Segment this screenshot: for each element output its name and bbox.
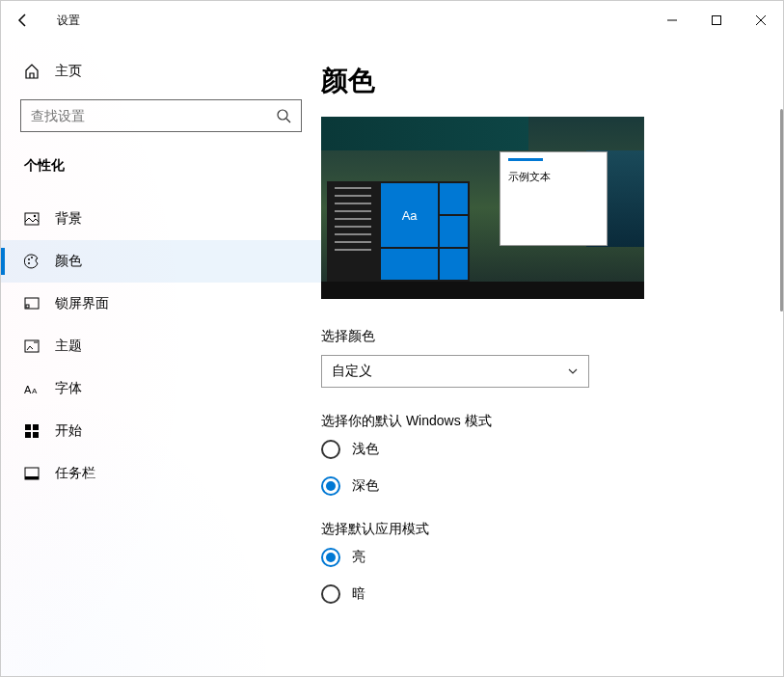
home-link[interactable]: 主页	[1, 53, 321, 90]
radio-icon	[321, 548, 340, 567]
preview-sample-text: 示例文本	[508, 170, 551, 184]
page-title: 颜色	[321, 63, 754, 99]
search-box[interactable]	[20, 99, 302, 132]
window-title: 设置	[57, 13, 80, 29]
windows-mode-label: 选择你的默认 Windows 模式	[321, 413, 754, 430]
maximize-button[interactable]	[694, 1, 739, 40]
font-icon: AA	[24, 381, 40, 396]
sidebar-item-colors[interactable]: 颜色	[1, 240, 321, 283]
home-label: 主页	[55, 63, 82, 80]
window-controls	[650, 1, 783, 40]
sidebar-item-lockscreen[interactable]: 锁屏界面	[1, 283, 321, 325]
search-icon	[276, 108, 291, 123]
svg-point-1	[278, 110, 287, 120]
minimize-icon	[667, 15, 677, 25]
radio-icon	[321, 440, 340, 459]
svg-point-3	[34, 215, 36, 217]
app-mode-light[interactable]: 亮	[321, 548, 754, 567]
sidebar-item-start[interactable]: 开始	[1, 410, 321, 452]
arrow-left-icon	[15, 13, 31, 28]
theme-icon	[24, 338, 40, 354]
lockscreen-icon	[24, 296, 40, 311]
sidebar-item-background[interactable]: 背景	[1, 198, 321, 240]
palette-icon	[24, 254, 40, 269]
svg-point-5	[31, 257, 33, 258]
svg-rect-7	[25, 298, 39, 309]
close-icon	[756, 15, 766, 25]
svg-rect-12	[25, 424, 31, 430]
svg-text:A: A	[24, 384, 32, 395]
back-button[interactable]	[1, 1, 45, 40]
sidebar: 主页 个性化 背景 颜色	[1, 40, 321, 676]
main-content: 颜色 Aa	[321, 40, 783, 676]
sidebar-item-fonts[interactable]: AA 字体	[1, 367, 321, 410]
svg-rect-8	[26, 305, 29, 308]
svg-rect-17	[25, 476, 39, 479]
windows-mode-light[interactable]: 浅色	[321, 440, 754, 459]
section-heading: 个性化	[1, 149, 321, 182]
windows-mode-dark[interactable]: 深色	[321, 476, 754, 496]
home-icon	[24, 64, 40, 79]
sidebar-item-taskbar[interactable]: 任务栏	[1, 452, 321, 495]
svg-rect-0	[713, 16, 721, 25]
svg-point-4	[28, 258, 30, 260]
svg-point-6	[28, 262, 30, 264]
maximize-icon	[712, 15, 721, 25]
app-mode-label: 选择默认应用模式	[321, 521, 754, 538]
color-select-label: 选择颜色	[321, 328, 754, 345]
start-icon	[24, 423, 40, 439]
svg-rect-14	[25, 432, 31, 438]
svg-rect-2	[25, 213, 39, 225]
nav-items: 背景 颜色 锁屏界面 主题	[1, 198, 321, 495]
chevron-down-icon	[567, 366, 579, 377]
svg-text:A: A	[32, 387, 38, 395]
sidebar-item-themes[interactable]: 主题	[1, 325, 321, 367]
minimize-button[interactable]	[650, 1, 694, 40]
svg-rect-13	[33, 424, 39, 430]
image-icon	[24, 211, 40, 227]
radio-icon	[321, 584, 340, 604]
color-select-dropdown[interactable]: 自定义	[321, 355, 589, 388]
scrollbar[interactable]	[780, 109, 783, 311]
preview-tile-glyph: Aa	[381, 183, 438, 247]
taskbar-icon	[24, 466, 40, 481]
svg-rect-15	[33, 432, 39, 438]
search-input[interactable]	[31, 108, 276, 123]
radio-icon	[321, 476, 340, 496]
color-select-value: 自定义	[332, 363, 372, 380]
app-mode-dark[interactable]: 暗	[321, 584, 754, 604]
title-bar: 设置	[1, 1, 783, 40]
close-button[interactable]	[739, 1, 783, 40]
color-preview: Aa 示例文本	[321, 117, 644, 299]
